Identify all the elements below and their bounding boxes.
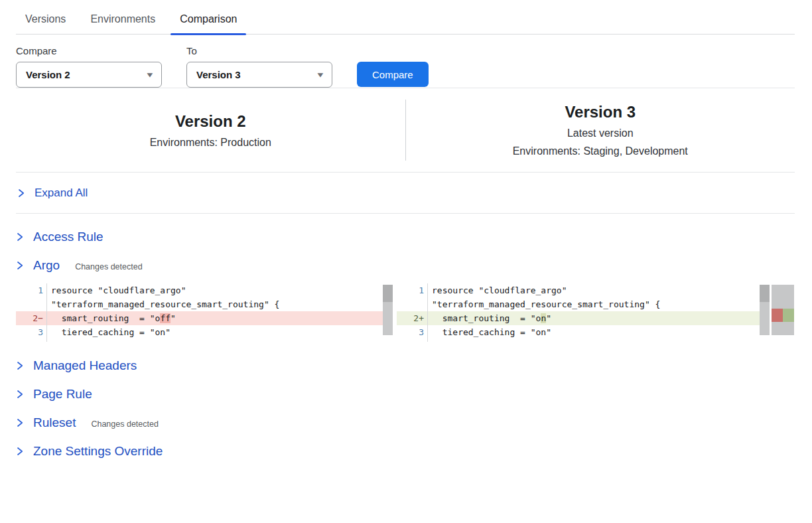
changed-chars-highlight: ff: [160, 313, 170, 323]
diff-pane-right: 1resource "cloudflare_argo""terraform_ma…: [397, 283, 770, 342]
compare-button[interactable]: Compare: [357, 62, 429, 87]
code-text: }: [427, 339, 770, 342]
chevron-down-icon: ▾: [318, 70, 323, 79]
version-right-subtitle: Latest version: [406, 127, 795, 139]
line-number: [397, 297, 427, 311]
section-managed-headers[interactable]: Managed Headers: [16, 351, 795, 380]
code-text: "terraform_managed_resource_smart_routin…: [46, 297, 393, 311]
line-number: 3: [397, 325, 427, 339]
section-zone-settings-override[interactable]: Zone Settings Override: [16, 437, 795, 465]
tab-comparison[interactable]: Comparison: [170, 3, 246, 34]
version-left-title: Version 2: [16, 112, 405, 131]
diff-line: 3 tiered_caching = "on": [397, 325, 770, 339]
section-label: Access Rule: [33, 230, 103, 244]
section-label: Argo: [33, 258, 60, 273]
line-number: 1: [16, 283, 46, 297]
section-access-rule[interactable]: Access Rule: [16, 222, 795, 251]
diff-pane-left: 1resource "cloudflare_argo""terraform_ma…: [16, 283, 393, 342]
compare-to-select[interactable]: Version 3 ▾: [186, 62, 332, 88]
chevron-right-icon: [16, 447, 24, 456]
code-text: tiered_caching = "on": [427, 325, 770, 339]
code-text: "terraform_managed_resource_smart_routin…: [427, 297, 770, 311]
section-page-rule[interactable]: Page Rule: [16, 380, 795, 408]
diff-line: 1resource "cloudflare_argo": [397, 283, 770, 297]
addition-marker: [783, 309, 794, 322]
expand-all-button[interactable]: Expand All: [16, 173, 795, 213]
line-number: [16, 339, 46, 342]
changes-detected-badge: Changes detected: [75, 262, 142, 271]
line-number: 2+: [397, 311, 427, 325]
section-label: Ruleset: [33, 415, 76, 430]
deletion-marker: [772, 309, 783, 322]
chevron-right-icon: [16, 361, 24, 370]
compare-from-field: Compare Version 2 ▾: [16, 45, 162, 88]
compare-to-value: Version 3: [196, 69, 241, 80]
diff-line: }: [397, 339, 770, 342]
diff-line: }: [16, 339, 393, 342]
line-number: [397, 339, 427, 342]
section-argo[interactable]: Argo Changes detected: [16, 251, 795, 279]
expand-all-label: Expand All: [34, 187, 88, 200]
argo-diff-viewer: 1resource "cloudflare_argo""terraform_ma…: [16, 283, 795, 342]
diff-right-scrollbar[interactable]: [760, 285, 770, 335]
code-text: }: [46, 339, 393, 342]
diff-line: "terraform_managed_resource_smart_routin…: [16, 297, 393, 311]
section-label: Zone Settings Override: [33, 444, 163, 459]
code-text: resource "cloudflare_argo": [427, 283, 770, 297]
version-right-environments: Environments: Staging, Development: [406, 145, 795, 157]
section-ruleset[interactable]: Ruleset Changes detected: [16, 408, 795, 437]
diff-line: 2− smart_routing = "off": [16, 311, 393, 325]
diff-line: 3 tiered_caching = "on": [16, 325, 393, 339]
diff-line: "terraform_managed_resource_smart_routin…: [397, 297, 770, 311]
diff-left-scrollbar[interactable]: [383, 285, 393, 335]
compare-form: Compare Version 2 ▾ To Version 3 ▾ Compa…: [16, 45, 795, 88]
chevron-down-icon: ▾: [147, 70, 153, 79]
version-left-header: Version 2 Environments: Production: [16, 112, 405, 149]
diff-change-marker: [772, 309, 794, 322]
diff-line: 2+ smart_routing = "on": [397, 311, 770, 325]
tab-environments[interactable]: Environments: [81, 3, 165, 34]
tab-bar: Versions Environments Comparison: [16, 0, 795, 35]
code-text: smart_routing = "off": [46, 311, 393, 325]
changes-detected-badge: Changes detected: [91, 419, 158, 429]
code-text: resource "cloudflare_argo": [46, 283, 393, 297]
compare-from-label: Compare: [16, 45, 162, 56]
code-text: tiered_caching = "on": [46, 325, 393, 339]
diff-minimap: [772, 285, 794, 335]
compare-to-label: To: [186, 45, 332, 56]
code-text: smart_routing = "on": [427, 311, 770, 325]
version-left-environments: Environments: Production: [16, 137, 405, 149]
compare-from-value: Version 2: [26, 69, 70, 80]
changed-chars-highlight: n: [541, 313, 546, 323]
chevron-right-icon: [16, 390, 24, 399]
comparison-page: Versions Environments Comparison Compare…: [0, 0, 812, 465]
compare-to-field: To Version 3 ▾: [186, 45, 332, 88]
diff-line: 1resource "cloudflare_argo": [16, 283, 393, 297]
chevron-right-icon: [16, 418, 24, 427]
section-label: Page Rule: [33, 387, 92, 402]
section-label: Managed Headers: [33, 358, 137, 373]
line-number: 1: [397, 283, 427, 297]
line-number: 2−: [16, 311, 46, 325]
compare-from-select[interactable]: Version 2 ▾: [16, 62, 162, 88]
version-right-title: Version 3: [406, 103, 795, 121]
tab-versions[interactable]: Versions: [16, 3, 75, 34]
line-number: [16, 297, 46, 311]
chevron-right-icon: [16, 232, 24, 242]
version-right-header: Version 3 Latest version Environments: S…: [406, 103, 795, 157]
chevron-right-icon: [17, 188, 25, 198]
version-headers: Version 2 Environments: Production Versi…: [16, 88, 795, 172]
chevron-right-icon: [16, 261, 24, 270]
line-number: 3: [16, 325, 46, 339]
